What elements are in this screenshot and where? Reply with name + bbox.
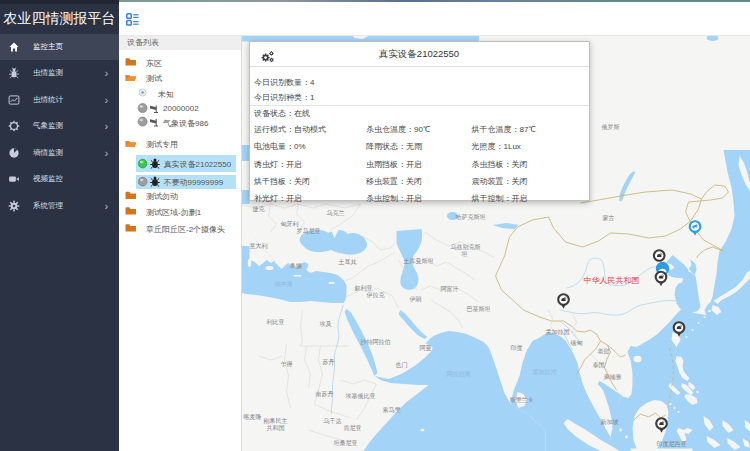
svg-text:缅甸: 缅甸 <box>570 340 582 347</box>
svg-text:蒙古: 蒙古 <box>602 215 614 222</box>
svg-text:土耳其: 土耳其 <box>337 258 356 265</box>
svg-text:俄罗斯: 俄罗斯 <box>601 124 619 131</box>
svg-text:喀麦隆: 喀麦隆 <box>243 413 261 421</box>
svg-text:埃塞俄比亚: 埃塞俄比亚 <box>345 392 375 400</box>
svg-text:泰国: 泰国 <box>592 362 604 369</box>
svg-text:阿拉伯海: 阿拉伯海 <box>446 371 470 378</box>
svg-text:叙利亚: 叙利亚 <box>354 284 372 292</box>
svg-text:孟加拉国: 孟加拉国 <box>545 329 569 336</box>
svg-text:沙特阿拉伯: 沙特阿拉伯 <box>359 339 390 346</box>
svg-text:肯尼亚: 肯尼亚 <box>343 424 361 431</box>
svg-text:土库曼斯坦: 土库曼斯坦 <box>402 257 433 265</box>
svg-text:南苏丹: 南苏丹 <box>315 390 333 397</box>
svg-text:阿曼: 阿曼 <box>419 345 431 352</box>
svg-text:苏丹: 苏丹 <box>322 358 334 365</box>
svg-text:罗马尼亚: 罗马尼亚 <box>296 227 320 234</box>
svg-text:意大利: 意大利 <box>248 242 267 250</box>
svg-text:坦桑尼亚: 坦桑尼亚 <box>332 439 357 446</box>
svg-text:也门: 也门 <box>395 361 407 368</box>
svg-text:乌兹别克斯: 乌兹别克斯 <box>450 243 480 251</box>
svg-text:斯里兰卡: 斯里兰卡 <box>509 396 533 403</box>
svg-text:希腊: 希腊 <box>289 263 301 269</box>
svg-text:阿富汗: 阿富汗 <box>440 285 458 293</box>
svg-text:中华人民共和国: 中华人民共和国 <box>583 276 639 285</box>
svg-text:哈萨克斯坦: 哈萨克斯坦 <box>455 213 485 221</box>
svg-text:乌干达: 乌干达 <box>323 417 341 425</box>
svg-text:巴基斯坦: 巴基斯坦 <box>466 306 490 312</box>
svg-text:印度尼西亚: 印度尼西亚 <box>656 440 686 448</box>
svg-text:伊朗: 伊朗 <box>409 295 421 302</box>
svg-text:印度: 印度 <box>510 344 522 352</box>
svg-text:索马里: 索马里 <box>382 407 401 413</box>
svg-text:孟加拉湾: 孟加拉湾 <box>532 368 556 376</box>
svg-text:老挝: 老挝 <box>597 348 609 355</box>
svg-text:共和国: 共和国 <box>266 424 284 432</box>
svg-text:伊拉克: 伊拉克 <box>366 291 384 299</box>
svg-text:新加坡: 新加坡 <box>600 418 618 425</box>
svg-text:乍得: 乍得 <box>280 360 292 368</box>
svg-text:乌克兰: 乌克兰 <box>326 209 344 217</box>
svg-text:柬埔寨: 柬埔寨 <box>603 373 621 380</box>
svg-text:刚果民主: 刚果民主 <box>263 417 287 425</box>
svg-text:埃及: 埃及 <box>319 321 331 327</box>
svg-text:坦: 坦 <box>460 251 467 257</box>
svg-text:地中海: 地中海 <box>274 281 292 287</box>
svg-text:利比亚: 利比亚 <box>265 318 284 326</box>
svg-text:匈牙利: 匈牙利 <box>280 221 298 228</box>
svg-text:捷克: 捷克 <box>252 205 264 213</box>
